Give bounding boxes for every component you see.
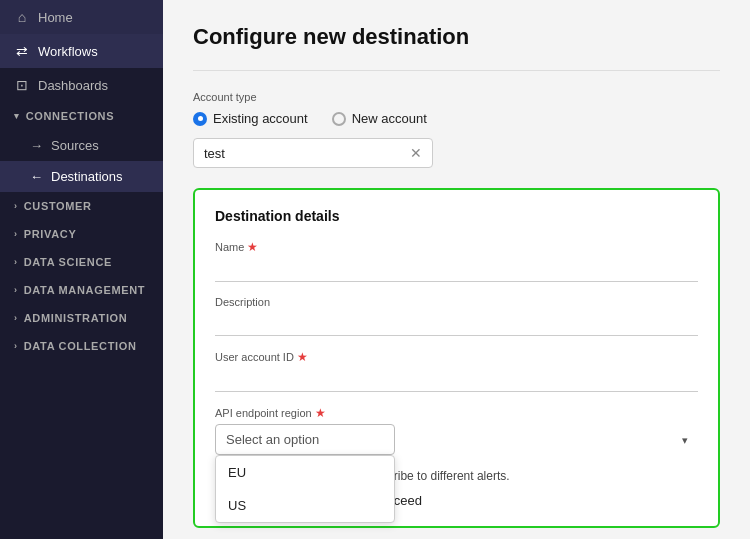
workflows-icon: ⇄ [14, 43, 30, 59]
section-label: DATA COLLECTION [24, 340, 137, 352]
user-account-id-input[interactable] [215, 368, 698, 392]
account-search-input[interactable] [204, 146, 410, 161]
dropdown-arrow-icon: ▾ [682, 433, 688, 446]
description-field: Description [215, 296, 698, 336]
sources-icon: → [30, 138, 43, 153]
radio-existing-account[interactable]: Existing account [193, 111, 308, 126]
required-star: ★ [247, 240, 258, 254]
api-region-dropdown[interactable]: Select an option EU US [215, 424, 395, 455]
sidebar-section-data-science[interactable]: › DATA SCIENCE [0, 248, 163, 276]
destination-details-card: Destination details Name ★ Description U… [193, 188, 720, 528]
required-star-3: ★ [315, 406, 326, 420]
divider [193, 70, 720, 71]
name-input[interactable] [215, 258, 698, 282]
sidebar-item-home[interactable]: ⌂ Home [0, 0, 163, 34]
dropdown-options-list: EU US [215, 455, 395, 523]
search-bar-wrapper: ✕ [193, 138, 433, 168]
sidebar-item-label: Dashboards [38, 78, 108, 93]
destinations-icon: ← [30, 169, 43, 184]
dropdown-wrapper: Select an option EU US ▾ EU US [215, 424, 698, 455]
sidebar-section-data-collection[interactable]: › DATA COLLECTION [0, 332, 163, 360]
sidebar-section-privacy[interactable]: › PRIVACY [0, 220, 163, 248]
section-label: PRIVACY [24, 228, 77, 240]
section-label: DATA MANAGEMENT [24, 284, 146, 296]
main-content: Configure new destination Account type E… [163, 0, 750, 539]
name-label: Name ★ [215, 240, 698, 254]
chevron-down-icon: ▾ [14, 111, 20, 121]
api-endpoint-label: API endpoint region ★ [215, 406, 698, 420]
required-star-2: ★ [297, 350, 308, 364]
radio-circle-existing [193, 112, 207, 126]
chevron-right-icon: › [14, 313, 18, 323]
sidebar-item-dashboards[interactable]: ⊡ Dashboards [0, 68, 163, 102]
clear-icon[interactable]: ✕ [410, 145, 422, 161]
sidebar-section-connections[interactable]: ▾ CONNECTIONS [0, 102, 163, 130]
card-title: Destination details [215, 208, 698, 224]
sidebar-item-label: Home [38, 10, 73, 25]
sidebar-sub-item-label: Destinations [51, 169, 123, 184]
user-account-id-field: User account ID ★ [215, 350, 698, 392]
user-account-id-label: User account ID ★ [215, 350, 698, 364]
section-label: ADMINISTRATION [24, 312, 128, 324]
section-label: CONNECTIONS [26, 110, 115, 122]
account-type-label: Account type [193, 91, 720, 103]
chevron-right-icon: › [14, 285, 18, 295]
page-title: Configure new destination [193, 24, 720, 50]
dropdown-option-eu[interactable]: EU [216, 456, 394, 489]
sidebar-item-workflows[interactable]: ⇄ Workflows [0, 34, 163, 68]
sidebar-item-label: Workflows [38, 44, 98, 59]
sidebar-item-sources[interactable]: → Sources [0, 130, 163, 161]
radio-circle-new [332, 112, 346, 126]
description-label: Description [215, 296, 698, 308]
radio-existing-label: Existing account [213, 111, 308, 126]
sidebar-sub-item-label: Sources [51, 138, 99, 153]
home-icon: ⌂ [14, 9, 30, 25]
sidebar-section-data-management[interactable]: › DATA MANAGEMENT [0, 276, 163, 304]
sidebar-section-customer[interactable]: › CUSTOMER [0, 192, 163, 220]
section-label: CUSTOMER [24, 200, 92, 212]
api-endpoint-region-field: API endpoint region ★ Select an option E… [215, 406, 698, 455]
description-input[interactable] [215, 312, 698, 336]
chevron-right-icon: › [14, 229, 18, 239]
chevron-right-icon: › [14, 257, 18, 267]
section-label: DATA SCIENCE [24, 256, 112, 268]
name-field: Name ★ [215, 240, 698, 282]
dropdown-option-us[interactable]: US [216, 489, 394, 522]
radio-new-account[interactable]: New account [332, 111, 427, 126]
sidebar-item-destinations[interactable]: ← Destinations [0, 161, 163, 192]
radio-new-label: New account [352, 111, 427, 126]
chevron-right-icon: › [14, 341, 18, 351]
sidebar: ⌂ Home ⇄ Workflows ⊡ Dashboards ▾ CONNEC… [0, 0, 163, 539]
chevron-right-icon: › [14, 201, 18, 211]
sidebar-section-administration[interactable]: › ADMINISTRATION [0, 304, 163, 332]
radio-group: Existing account New account [193, 111, 720, 126]
dashboards-icon: ⊡ [14, 77, 30, 93]
